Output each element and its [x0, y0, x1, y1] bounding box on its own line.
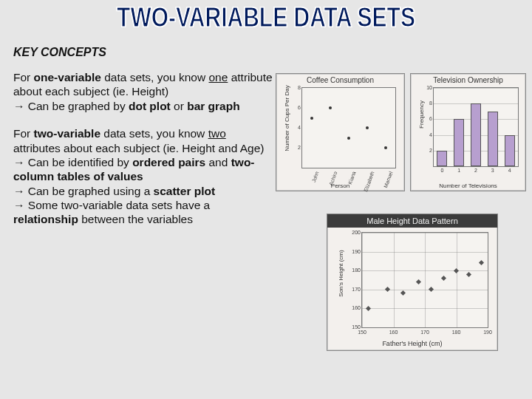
data-point: [366, 306, 371, 311]
plot-area: 2468JohnAchiroKianaElizabethManuel: [301, 87, 396, 168]
bar: [505, 135, 515, 166]
y-axis-label: Number of Cups Per Day: [284, 81, 290, 155]
y-tick-label: 8: [423, 100, 432, 106]
x-axis-label: Number of Televisions: [411, 183, 525, 189]
x-tick-label: 190: [480, 330, 495, 335]
x-tick-label: 2: [468, 168, 485, 173]
para-one-variable: For one-variable data sets, you know one…: [13, 70, 273, 99]
x-axis-label: Person: [276, 183, 404, 189]
bar: [437, 151, 447, 166]
chart-title: Male Height Data Pattern: [327, 214, 497, 228]
para-two-variable-identify: → Can be identified by ordered pairs and…: [13, 155, 273, 184]
chart-height-scatter: Male Height Data Pattern Son's Height (c…: [327, 214, 498, 351]
data-point: [310, 117, 313, 120]
x-tick-label: 1: [451, 168, 468, 173]
data-point: [441, 276, 446, 281]
x-tick-label: 0: [434, 168, 451, 173]
bar: [471, 103, 481, 166]
y-tick-label: 150: [346, 324, 361, 330]
y-axis-label: Son's Height (cm): [338, 229, 344, 318]
x-tick-label: 170: [417, 330, 432, 335]
y-axis-label: Frequency: [418, 81, 425, 148]
data-point: [384, 287, 389, 292]
key-concepts-heading: KEY CONCEPTS: [13, 46, 106, 59]
slide: TWO-VARIABLE DATA SETS KEY CONCEPTS For …: [0, 0, 532, 399]
chart-title: Television Ownership: [411, 74, 525, 85]
data-point: [400, 290, 406, 296]
y-tick-label: 6: [423, 116, 432, 121]
bar: [454, 119, 464, 166]
data-point: [329, 106, 332, 109]
bar: [488, 112, 498, 166]
y-tick-label: 10: [423, 85, 432, 90]
data-point: [366, 126, 369, 129]
y-tick-label: 4: [293, 125, 301, 130]
para-two-variable-relationship: → Some two-variable data sets have a rel…: [13, 198, 273, 227]
y-tick-label: 6: [293, 105, 301, 110]
data-point: [479, 260, 484, 265]
y-tick-label: 2: [293, 145, 301, 150]
y-tick-label: 8: [293, 85, 301, 90]
para-two-variable-graph: → Can be graphed using a scatter plot: [13, 184, 273, 198]
chart-title: Coffee Consumption: [276, 74, 404, 85]
data-point: [347, 137, 350, 140]
y-tick-label: 200: [346, 230, 361, 235]
page-title: TWO-VARIABLE DATA SETS: [0, 1, 532, 33]
plot-area: 150160170180190150160170180190200: [361, 232, 488, 328]
y-tick-label: 180: [346, 267, 361, 273]
data-point: [454, 268, 459, 273]
chart-coffee-dotplot: Coffee Consumption Number of Cups Per Da…: [276, 73, 405, 191]
body-text: For one-variable data sets, you know one…: [13, 70, 273, 227]
data-point: [429, 287, 434, 292]
x-tick-label: 150: [355, 330, 369, 335]
para-one-variable-graphs: → Can be graphed by dot plot or bar grap…: [13, 99, 273, 113]
data-point: [466, 272, 471, 277]
y-tick-label: 170: [346, 287, 361, 292]
y-tick-label: 4: [423, 132, 432, 137]
x-axis-label: Father's Height (cm): [327, 340, 497, 347]
para-two-variable: For two-variable data sets, you know two…: [13, 126, 273, 155]
data-point: [384, 146, 387, 149]
x-tick-label: 160: [386, 330, 401, 335]
y-tick-label: 190: [346, 249, 361, 254]
x-tick-label: 3: [484, 168, 501, 173]
x-tick-label: 180: [449, 330, 464, 335]
plot-area: 24681001234: [433, 87, 519, 167]
y-tick-label: 160: [346, 305, 361, 310]
x-tick-label: 4: [501, 168, 518, 173]
data-point: [416, 279, 421, 284]
y-tick-label: 2: [423, 148, 432, 153]
chart-tv-barchart: Television Ownership Frequency 246810012…: [410, 73, 526, 191]
